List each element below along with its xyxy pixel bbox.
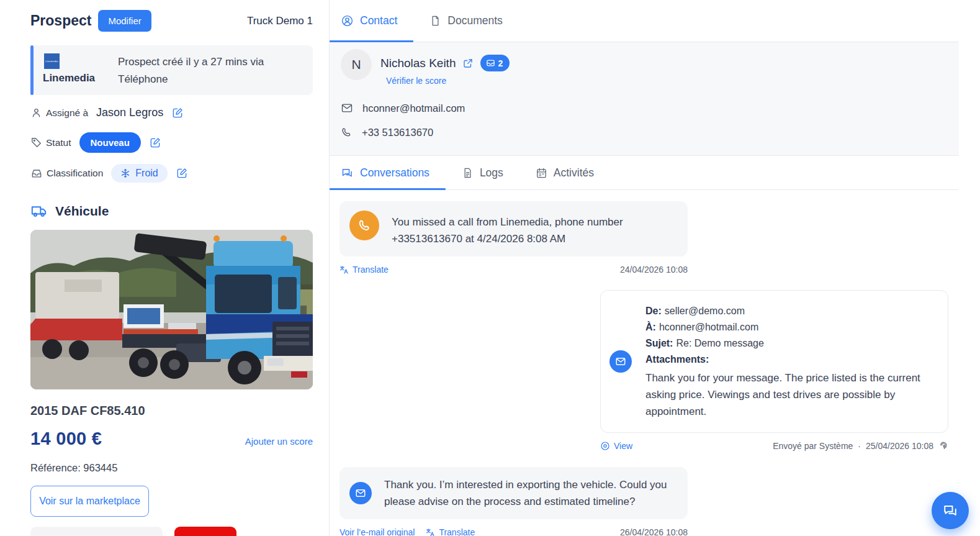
tab-conversations[interactable]: Conversations — [330, 156, 446, 189]
external-link-icon[interactable] — [462, 58, 474, 69]
price-row: 14 000 € Ajouter un score — [30, 429, 313, 449]
contact-name: Nicholas Keith — [380, 57, 456, 70]
prospect-header: Prospect Modifier Truck Demo 1 — [30, 10, 313, 32]
source-name: Linemedia — [43, 72, 118, 84]
inbox-icon — [30, 167, 43, 179]
vehicle-price: 14 000 € — [30, 429, 102, 449]
avatar: N — [341, 49, 372, 80]
conversation-count-badge[interactable]: 2 — [480, 55, 510, 71]
source-brand: Linemedia Linemedia — [43, 52, 118, 88]
vehicle-section-title: Véhicule — [55, 204, 109, 219]
vehicle-reference: Référence: 963445 — [30, 462, 313, 474]
sent-by-label: Envoyé par Système — [773, 441, 853, 451]
status-badge[interactable]: Nouveau — [79, 132, 141, 153]
translate-icon — [339, 265, 349, 275]
eye-icon — [600, 441, 610, 451]
outgoing-email-message: De:seller@demo.com À:hconner@hotmail.com… — [600, 290, 948, 451]
email-icon — [609, 350, 632, 373]
calendar-icon — [536, 167, 547, 179]
contact-tab-icon — [341, 14, 354, 27]
contact-email-row: hconner@hotmail.com — [341, 102, 946, 114]
vehicle-name: 2015 DAF CF85.410 — [30, 404, 313, 418]
tab-activities-label: Activités — [554, 166, 594, 179]
vehicle-section-header: Véhicule — [30, 202, 313, 219]
status-label: Statut — [46, 137, 71, 148]
linemedia-logo: Linemedia — [44, 53, 60, 69]
inbox-badge-icon — [486, 58, 495, 68]
email-icon — [349, 482, 372, 504]
incoming-email-message: Thank you. I’m interested in exporting t… — [339, 467, 688, 536]
classification-value: Froid — [135, 168, 158, 179]
view-original-email-link[interactable]: Voir l’e-mail original — [339, 527, 415, 536]
tag-icon — [30, 137, 42, 148]
email-from-line: De:seller@demo.com — [645, 303, 939, 319]
contact-phone[interactable]: +33 513613670 — [362, 127, 433, 139]
contact-phone-row: +33 513613670 — [341, 127, 946, 139]
person-icon — [30, 107, 42, 119]
detail-panel: Contact Documents N Nicholas Keith — [330, 0, 980, 536]
badge-count: 2 — [498, 58, 503, 68]
tab-activities[interactable]: Activités — [519, 156, 610, 189]
incoming-email-text: Thank you. I’m interested in exporting t… — [384, 476, 680, 510]
verify-score-link[interactable]: Vérifier le score — [386, 76, 446, 86]
tab-documents-label: Documents — [447, 14, 503, 27]
translate-icon — [426, 528, 435, 536]
contact-section: N Nicholas Keith 2 — [330, 42, 959, 156]
phone-icon — [341, 127, 353, 139]
tab-logs[interactable]: Logs — [446, 156, 519, 189]
tab-contact-label: Contact — [360, 14, 397, 27]
translate-link[interactable]: Translate — [339, 265, 389, 275]
message-timestamp: 26/04/2026 10:08 — [620, 527, 688, 536]
chat-icon — [341, 166, 354, 179]
contact-email[interactable]: hconner@hotmail.com — [362, 102, 465, 114]
secondary-action-button-partial[interactable] — [30, 527, 163, 536]
vehicle-photo[interactable] — [30, 230, 313, 389]
assigned-value: Jason Legros — [96, 106, 163, 119]
assigned-field: Assigné à Jason Legros — [30, 106, 313, 119]
document-icon — [429, 15, 441, 27]
email-attachments-line: Attachments: — [645, 352, 939, 368]
edit-classification-icon[interactable] — [176, 167, 188, 179]
prospect-panel: Prospect Modifier Truck Demo 1 Linemedia… — [0, 0, 329, 536]
danger-action-button-partial[interactable] — [174, 527, 236, 536]
tab-conversations-label: Conversations — [360, 166, 429, 179]
message-timestamp: 25/04/2026 10:08 — [866, 441, 933, 451]
call-icon — [349, 211, 379, 240]
message-timestamp: 24/04/2026 10:08 — [620, 265, 688, 275]
source-description: Prospect créé il y a 27 mins via Télépho… — [118, 52, 304, 88]
edit-status-icon[interactable] — [149, 137, 161, 149]
conversation-feed: You missed a call from Linemedia, phone … — [330, 190, 959, 536]
add-score-link[interactable]: Ajouter un score — [245, 436, 313, 447]
log-file-icon — [462, 167, 474, 179]
contact-tabbar: Contact Documents — [330, 0, 959, 42]
truck-icon — [30, 202, 47, 219]
tab-logs-label: Logs — [480, 166, 503, 179]
automation-tap-icon — [938, 441, 948, 451]
missed-call-message: You missed a call from Linemedia, phone … — [339, 201, 688, 275]
classification-badge[interactable]: Froid — [111, 164, 167, 183]
edit-assigned-icon[interactable] — [171, 107, 184, 119]
snowflake-icon — [120, 168, 130, 178]
marketplace-button[interactable]: Voir sur la marketplace — [30, 486, 149, 517]
email-subject-line: Sujet:Re: Demo message — [645, 335, 939, 352]
conversation-tabbar: Conversations Logs Activités — [330, 156, 959, 190]
assigned-label: Assigné à — [46, 107, 88, 119]
status-field: Statut Nouveau — [30, 132, 313, 153]
source-card: Linemedia Linemedia Prospect créé il y a… — [30, 45, 313, 95]
email-body: Thank you for your message. The price li… — [645, 370, 939, 420]
tab-documents[interactable]: Documents — [413, 0, 519, 42]
modify-button[interactable]: Modifier — [98, 10, 151, 32]
email-to-line: À:hconner@hotmail.com — [645, 319, 939, 335]
tab-contact[interactable]: Contact — [330, 0, 413, 42]
chat-bubbles-icon — [942, 502, 959, 519]
chat-fab-button[interactable] — [932, 492, 969, 529]
page-title: Prospect — [30, 12, 91, 29]
view-link[interactable]: View — [600, 441, 632, 451]
classification-field: Classification Froid — [30, 164, 313, 183]
missed-call-text: You missed a call from Linemedia, phone … — [392, 211, 680, 247]
translate-link[interactable]: Translate — [426, 527, 475, 536]
classification-label: Classification — [47, 168, 103, 179]
mail-icon — [341, 102, 353, 114]
campaign-name: Truck Demo 1 — [247, 15, 313, 27]
